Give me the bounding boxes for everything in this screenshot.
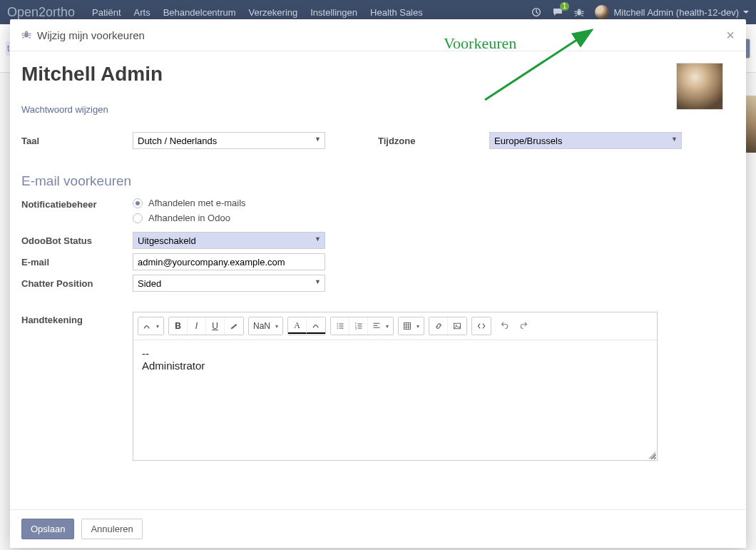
bg-color-button[interactable]	[307, 318, 325, 334]
notif-email-radio[interactable]	[133, 198, 143, 208]
chatter-label: Chatter Position	[21, 278, 133, 289]
notification-label: Notificatiebeheer	[21, 196, 133, 210]
align-dropdown[interactable]: ▾	[368, 317, 393, 335]
clear-format-button[interactable]	[225, 317, 243, 335]
undo-button[interactable]	[496, 317, 514, 334]
signature-textarea[interactable]: -- Administrator	[133, 340, 657, 460]
email-label: E-mail	[21, 257, 133, 268]
save-button[interactable]: Opslaan	[21, 519, 74, 539]
change-password-link[interactable]: Wachtwoord wijzigen	[21, 104, 108, 115]
svg-point-5	[337, 325, 338, 327]
nav-link-healthsales[interactable]: Health Sales	[370, 7, 423, 18]
avatar-icon	[595, 5, 609, 19]
link-button[interactable]	[429, 317, 448, 335]
svg-point-4	[337, 323, 338, 325]
nav-link-arts[interactable]: Arts	[134, 7, 150, 18]
signature-line-2: Administrator	[142, 360, 648, 372]
nav-link-verzekering[interactable]: Verzekering	[249, 7, 298, 18]
bug-icon	[21, 29, 31, 41]
chevron-down-icon	[743, 11, 749, 14]
redo-button[interactable]	[514, 317, 533, 334]
chatter-select[interactable]: Sided	[133, 275, 325, 292]
nav-link-behandelcentrum[interactable]: Behandelcentrum	[163, 7, 236, 18]
svg-text:3: 3	[354, 327, 356, 330]
odoobot-select[interactable]: Uitgeschakeld	[133, 232, 325, 249]
chat-icon[interactable]: 1	[552, 6, 563, 18]
annotation-label: Voorkeuren	[444, 34, 516, 53]
unordered-list-button[interactable]	[331, 317, 349, 335]
notif-odoo-radio[interactable]	[133, 213, 143, 223]
preferences-modal: Wijzig mijn voorkeuren × Mitchell Admin …	[10, 19, 746, 548]
email-input[interactable]	[133, 253, 325, 270]
language-label: Taal	[21, 136, 133, 146]
chat-badge: 1	[560, 2, 570, 11]
ordered-list-button[interactable]: 123	[349, 317, 368, 335]
font-color-button[interactable]: A	[288, 318, 307, 334]
modal-header: Wijzig mijn voorkeuren ×	[10, 19, 746, 51]
user-name-label: Mitchell Admin (health-12-dev)	[613, 7, 739, 18]
cancel-button[interactable]: Annuleren	[81, 519, 142, 539]
notif-email-label: Afhandelen met e-mails	[148, 198, 246, 208]
nav-right: 1 Mitchell Admin (health-12-dev)	[531, 5, 749, 19]
brand-label: Open2ortho	[7, 5, 75, 20]
codeview-button[interactable]	[472, 317, 491, 335]
notif-odoo-label: Afhandelen in Odoo	[148, 213, 230, 223]
editor-toolbar: ▾ B I U NaN▾	[133, 312, 657, 340]
nav-items: Patiënt Arts Behandelcentrum Verzekering…	[92, 7, 423, 18]
table-dropdown[interactable]: ▾	[399, 317, 424, 335]
bug-nav-icon[interactable]	[573, 6, 585, 18]
italic-button[interactable]: I	[188, 317, 206, 335]
timezone-select[interactable]: Europe/Brussels	[489, 132, 682, 149]
nav-link-patient[interactable]: Patiënt	[92, 7, 121, 18]
svg-rect-10	[404, 323, 411, 330]
timezone-label: Tijdzone	[378, 136, 489, 146]
signature-label: Handtekening	[21, 312, 133, 325]
bold-button[interactable]: B	[169, 317, 188, 335]
close-button[interactable]: ×	[726, 28, 735, 42]
odoobot-label: OdooBot Status	[21, 235, 133, 246]
clock-icon[interactable]	[531, 6, 542, 18]
nav-link-instellingen[interactable]: Instellingen	[310, 7, 357, 18]
style-dropdown[interactable]: ▾	[138, 317, 163, 335]
rich-text-editor: ▾ B I U NaN▾	[133, 312, 658, 461]
underline-button[interactable]: U	[206, 317, 225, 335]
language-select[interactable]: Dutch / Nederlands	[133, 132, 325, 149]
email-section-title: E-mail voorkeuren	[21, 173, 735, 189]
fontsize-dropdown[interactable]: NaN▾	[249, 317, 282, 335]
resize-grip-icon[interactable]	[648, 452, 655, 459]
svg-point-6	[337, 327, 338, 329]
modal-body: Mitchell Admin Wachtwoord wijzigen Taal …	[10, 51, 746, 509]
modal-title: Wijzig mijn voorkeuren	[37, 29, 145, 41]
modal-footer: Opslaan Annuleren	[10, 509, 746, 548]
user-menu[interactable]: Mitchell Admin (health-12-dev)	[595, 5, 749, 19]
signature-line-1: --	[142, 347, 648, 360]
svg-point-1	[578, 10, 582, 15]
user-avatar[interactable]	[676, 63, 723, 110]
user-title: Mitchell Admin	[21, 63, 163, 86]
image-button[interactable]	[448, 317, 466, 335]
svg-point-3	[24, 32, 29, 37]
